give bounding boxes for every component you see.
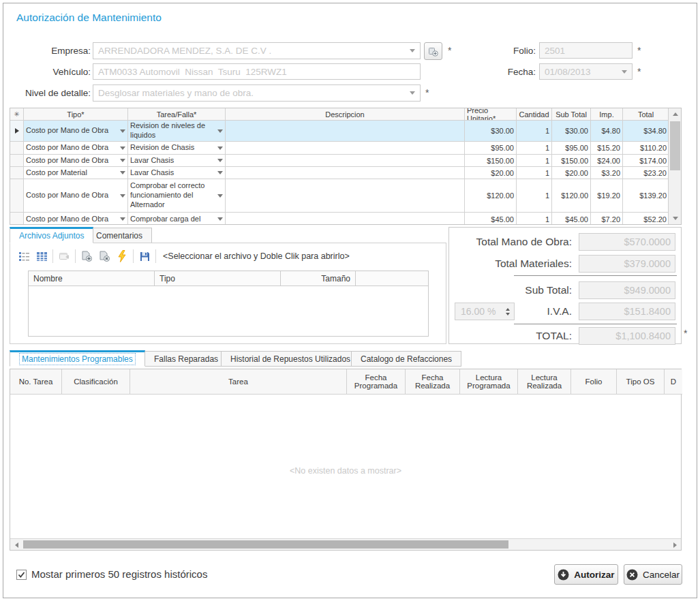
history-grid-horizontal-scrollbar[interactable] xyxy=(10,538,681,550)
tipo-cell[interactable]: Costo por Mano de Obra xyxy=(24,179,128,213)
precio-cell[interactable]: $95.00 xyxy=(465,142,517,155)
imp-cell[interactable]: $4.80 xyxy=(591,121,623,142)
column-header-tamano[interactable]: Tamaño xyxy=(281,271,356,286)
tarea-cell[interactable]: Comprobar el correcto funcionamiento del… xyxy=(128,179,226,213)
fecha-picker[interactable]: 01/08/2013 xyxy=(539,63,633,80)
tab-fallas-reparadas[interactable]: Fallas Reparadas xyxy=(144,351,228,367)
authorize-button[interactable]: Autorizar xyxy=(554,564,618,585)
subtotal-cell[interactable]: $20.00 xyxy=(552,167,591,179)
cantidad-cell[interactable]: 1 xyxy=(517,213,552,225)
tab-catalogo-refacciones[interactable]: Catalogo de Refacciones xyxy=(351,351,461,367)
descripcion-cell[interactable] xyxy=(226,179,465,213)
save-button[interactable] xyxy=(138,249,151,263)
tab-mantenimientos-programables[interactable]: Mantenimientos Programables xyxy=(10,350,145,367)
tipo-cell[interactable]: Costo por Mano de Obra xyxy=(24,121,128,142)
total-cell[interactable]: $23.20 xyxy=(623,167,669,179)
subtotal-cell[interactable]: $45.00 xyxy=(552,213,591,225)
column-header-tipo[interactable]: Tipo xyxy=(155,271,281,286)
total-cell[interactable]: $174.00 xyxy=(623,155,669,167)
show-history-checkbox-label[interactable]: Mostar primeros 50 registros históricos xyxy=(31,568,207,580)
cantidad-cell[interactable]: 1 xyxy=(517,167,552,179)
column-header-precio-unitario[interactable]: Precio Unitario* xyxy=(465,108,517,121)
tipo-cell[interactable]: Costo por Material xyxy=(24,167,128,179)
tipo-cell[interactable]: Costo por Mano de Obra xyxy=(24,142,128,155)
vehiculo-input[interactable]: ATM0033 Automovil Nissan Tsuru 125RWZ1 xyxy=(93,63,421,80)
subtotal-cell[interactable]: $120.00 xyxy=(552,179,591,213)
precio-cell[interactable]: $150.00 xyxy=(465,155,517,167)
tarea-cell[interactable]: Lavar Chasis xyxy=(128,167,226,179)
show-history-checkbox[interactable] xyxy=(16,570,27,580)
list-view-button[interactable] xyxy=(17,249,31,263)
tipo-cell[interactable]: Costo por Mano de Obra xyxy=(24,213,128,225)
imp-cell[interactable]: $15.20 xyxy=(591,142,623,155)
column-header-sub-total[interactable]: Sub Total xyxy=(552,108,591,121)
folio-input[interactable]: 2501 xyxy=(539,42,633,59)
table-row[interactable]: Costo por Mano de Obra Lavar Chasis $150… xyxy=(10,155,669,167)
tarea-cell[interactable]: Lavar Chasis xyxy=(128,155,226,167)
column-header-tipo[interactable]: Tipo* xyxy=(24,108,128,121)
column-header-cantidad[interactable]: Cantidad xyxy=(517,108,552,121)
scroll-up-button[interactable] xyxy=(669,108,682,120)
column-header-descripcion[interactable]: Descripcion xyxy=(226,108,465,121)
cantidad-cell[interactable]: 1 xyxy=(517,155,552,167)
add-file-button[interactable] xyxy=(80,249,93,263)
scrollbar-thumb[interactable] xyxy=(23,540,508,549)
nivel-detalle-combo[interactable]: Desglosar materiales y mano de obra. xyxy=(93,84,421,102)
column-header-nombre[interactable]: Nombre xyxy=(29,271,155,286)
items-grid-vertical-scrollbar[interactable] xyxy=(668,108,681,224)
scroll-down-button[interactable] xyxy=(669,213,682,224)
execute-button[interactable] xyxy=(115,249,129,263)
subtotal-cell[interactable]: $150.00 xyxy=(552,155,591,167)
imp-cell[interactable]: $7.20 xyxy=(591,213,623,225)
column-header-lectura-realizada[interactable]: Lectura Realizada xyxy=(518,369,571,395)
descripcion-cell[interactable] xyxy=(226,213,465,225)
table-row[interactable]: Costo por Mano de Obra Comprobar carga d… xyxy=(10,213,669,225)
column-header-fecha-realizada[interactable]: Fecha Realizada xyxy=(406,369,460,395)
tarea-cell[interactable]: Comprobar carga del xyxy=(128,213,226,225)
scroll-left-button[interactable] xyxy=(10,539,22,551)
total-cell[interactable]: $139.20 xyxy=(623,179,669,213)
scroll-right-button[interactable] xyxy=(669,539,681,551)
cancel-button[interactable]: Cancelar xyxy=(624,564,682,585)
precio-cell[interactable]: $120.00 xyxy=(465,179,517,213)
descripcion-cell[interactable] xyxy=(226,142,465,155)
add-company-button[interactable] xyxy=(424,42,442,60)
cantidad-cell[interactable]: 1 xyxy=(517,121,552,142)
precio-cell[interactable]: $45.00 xyxy=(465,213,517,225)
precio-cell[interactable]: $20.00 xyxy=(465,167,517,179)
column-header-fecha-programada[interactable]: Fecha Programada xyxy=(347,369,406,395)
tab-comentarios[interactable]: Comentarios xyxy=(87,228,152,243)
total-cell[interactable]: $110.20 xyxy=(623,142,669,155)
imp-cell[interactable]: $19.20 xyxy=(591,179,623,213)
column-header-clasificacion[interactable]: Clasificación xyxy=(62,369,130,395)
subtotal-cell[interactable]: $95.00 xyxy=(552,142,591,155)
cantidad-cell[interactable]: 1 xyxy=(517,142,552,155)
empresa-combo[interactable]: ARRENDADORA MENDEZ, S.A. DE C.V . xyxy=(93,42,421,59)
imp-cell[interactable]: $3.20 xyxy=(591,167,623,179)
column-header-no-tarea[interactable]: No. Tarea xyxy=(10,369,62,395)
subtotal-cell[interactable]: $30.00 xyxy=(552,121,591,142)
tab-archivos-adjuntos[interactable]: Archivos Adjuntos xyxy=(10,227,93,243)
table-row[interactable]: Costo por Mano de Obra Revision de Chasi… xyxy=(10,142,669,155)
imp-cell[interactable]: $24.00 xyxy=(591,155,623,167)
column-header-clipped[interactable]: D xyxy=(665,369,682,395)
table-row[interactable]: Costo por Mano de Obra Comprobar el corr… xyxy=(10,179,669,213)
column-header-lectura-programada[interactable]: Lectura Programada xyxy=(460,369,518,395)
tarea-cell[interactable]: Revision de niveles de liquidos xyxy=(128,121,226,142)
total-cell[interactable]: $52.20 xyxy=(623,213,669,225)
column-header-tipo-os[interactable]: Tipo OS xyxy=(617,369,665,395)
descripcion-cell[interactable] xyxy=(226,121,465,142)
column-header-total[interactable]: Total xyxy=(623,108,669,121)
precio-cell[interactable]: $30.00 xyxy=(465,121,517,142)
tipo-cell[interactable]: Costo por Mano de Obra xyxy=(24,155,128,167)
table-row[interactable]: Costo por Material Lavar Chasis $20.00 1… xyxy=(10,167,669,179)
descripcion-cell[interactable] xyxy=(226,167,465,179)
scrollbar-thumb[interactable] xyxy=(670,121,680,170)
table-row[interactable]: Costo por Mano de Obra Revision de nivel… xyxy=(10,121,669,142)
tarea-cell[interactable]: Revision de Chasis xyxy=(128,142,226,155)
tab-historial-repuestos[interactable]: Historial de Repuestos Utilizados xyxy=(221,351,360,367)
column-header-folio[interactable]: Folio xyxy=(571,369,617,395)
descripcion-cell[interactable] xyxy=(226,155,465,167)
column-header-tarea-falla[interactable]: Tarea/Falla* xyxy=(128,108,226,121)
remove-file-button[interactable] xyxy=(97,249,111,263)
